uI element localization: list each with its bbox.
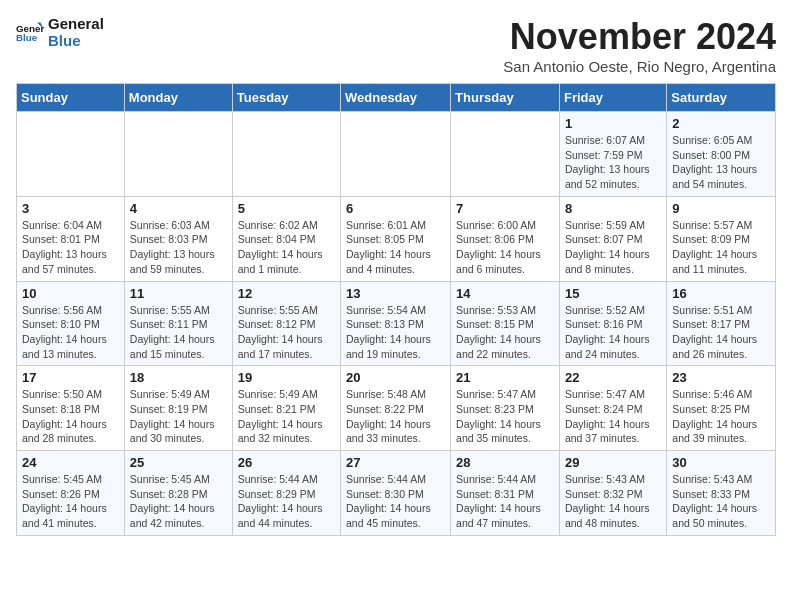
- day-number: 16: [672, 286, 770, 301]
- day-number: 5: [238, 201, 335, 216]
- page-title: November 2024: [503, 16, 776, 58]
- day-number: 17: [22, 370, 119, 385]
- day-number: 15: [565, 286, 661, 301]
- day-info: Sunrise: 6:02 AMSunset: 8:04 PMDaylight:…: [238, 218, 335, 277]
- calendar-cell: 27Sunrise: 5:44 AMSunset: 8:30 PMDayligh…: [341, 451, 451, 536]
- day-number: 22: [565, 370, 661, 385]
- day-info: Sunrise: 5:55 AMSunset: 8:11 PMDaylight:…: [130, 303, 227, 362]
- day-number: 2: [672, 116, 770, 131]
- calendar-table: SundayMondayTuesdayWednesdayThursdayFrid…: [16, 83, 776, 536]
- calendar-cell: 25Sunrise: 5:45 AMSunset: 8:28 PMDayligh…: [124, 451, 232, 536]
- calendar-week-row: 3Sunrise: 6:04 AMSunset: 8:01 PMDaylight…: [17, 196, 776, 281]
- day-info: Sunrise: 5:53 AMSunset: 8:15 PMDaylight:…: [456, 303, 554, 362]
- day-info: Sunrise: 5:46 AMSunset: 8:25 PMDaylight:…: [672, 387, 770, 446]
- calendar-cell: 30Sunrise: 5:43 AMSunset: 8:33 PMDayligh…: [667, 451, 776, 536]
- day-number: 26: [238, 455, 335, 470]
- weekday-header-tuesday: Tuesday: [232, 84, 340, 112]
- day-number: 25: [130, 455, 227, 470]
- day-info: Sunrise: 5:48 AMSunset: 8:22 PMDaylight:…: [346, 387, 445, 446]
- day-number: 21: [456, 370, 554, 385]
- day-number: 4: [130, 201, 227, 216]
- weekday-header-saturday: Saturday: [667, 84, 776, 112]
- day-number: 12: [238, 286, 335, 301]
- day-number: 3: [22, 201, 119, 216]
- calendar-cell: 7Sunrise: 6:00 AMSunset: 8:06 PMDaylight…: [451, 196, 560, 281]
- day-info: Sunrise: 6:03 AMSunset: 8:03 PMDaylight:…: [130, 218, 227, 277]
- day-info: Sunrise: 6:01 AMSunset: 8:05 PMDaylight:…: [346, 218, 445, 277]
- calendar-cell: 18Sunrise: 5:49 AMSunset: 8:19 PMDayligh…: [124, 366, 232, 451]
- day-number: 20: [346, 370, 445, 385]
- day-info: Sunrise: 5:43 AMSunset: 8:32 PMDaylight:…: [565, 472, 661, 531]
- calendar-week-row: 24Sunrise: 5:45 AMSunset: 8:26 PMDayligh…: [17, 451, 776, 536]
- calendar-cell: 8Sunrise: 5:59 AMSunset: 8:07 PMDaylight…: [559, 196, 666, 281]
- day-number: 7: [456, 201, 554, 216]
- day-info: Sunrise: 5:51 AMSunset: 8:17 PMDaylight:…: [672, 303, 770, 362]
- calendar-cell: 4Sunrise: 6:03 AMSunset: 8:03 PMDaylight…: [124, 196, 232, 281]
- day-info: Sunrise: 5:55 AMSunset: 8:12 PMDaylight:…: [238, 303, 335, 362]
- day-number: 18: [130, 370, 227, 385]
- svg-text:Blue: Blue: [16, 32, 38, 43]
- calendar-cell: 12Sunrise: 5:55 AMSunset: 8:12 PMDayligh…: [232, 281, 340, 366]
- day-info: Sunrise: 5:47 AMSunset: 8:23 PMDaylight:…: [456, 387, 554, 446]
- day-info: Sunrise: 5:45 AMSunset: 8:28 PMDaylight:…: [130, 472, 227, 531]
- calendar-cell: 14Sunrise: 5:53 AMSunset: 8:15 PMDayligh…: [451, 281, 560, 366]
- day-info: Sunrise: 5:44 AMSunset: 8:30 PMDaylight:…: [346, 472, 445, 531]
- calendar-cell: 16Sunrise: 5:51 AMSunset: 8:17 PMDayligh…: [667, 281, 776, 366]
- day-info: Sunrise: 5:44 AMSunset: 8:29 PMDaylight:…: [238, 472, 335, 531]
- day-number: 14: [456, 286, 554, 301]
- calendar-cell: 6Sunrise: 6:01 AMSunset: 8:05 PMDaylight…: [341, 196, 451, 281]
- weekday-header-wednesday: Wednesday: [341, 84, 451, 112]
- day-number: 11: [130, 286, 227, 301]
- day-number: 9: [672, 201, 770, 216]
- day-info: Sunrise: 6:04 AMSunset: 8:01 PMDaylight:…: [22, 218, 119, 277]
- calendar-cell: 11Sunrise: 5:55 AMSunset: 8:11 PMDayligh…: [124, 281, 232, 366]
- day-number: 13: [346, 286, 445, 301]
- calendar-cell: 15Sunrise: 5:52 AMSunset: 8:16 PMDayligh…: [559, 281, 666, 366]
- day-info: Sunrise: 5:59 AMSunset: 8:07 PMDaylight:…: [565, 218, 661, 277]
- day-info: Sunrise: 5:44 AMSunset: 8:31 PMDaylight:…: [456, 472, 554, 531]
- day-number: 6: [346, 201, 445, 216]
- calendar-cell: 29Sunrise: 5:43 AMSunset: 8:32 PMDayligh…: [559, 451, 666, 536]
- day-info: Sunrise: 6:00 AMSunset: 8:06 PMDaylight:…: [456, 218, 554, 277]
- day-number: 30: [672, 455, 770, 470]
- calendar-cell: 3Sunrise: 6:04 AMSunset: 8:01 PMDaylight…: [17, 196, 125, 281]
- day-number: 10: [22, 286, 119, 301]
- weekday-header-monday: Monday: [124, 84, 232, 112]
- calendar-cell: 24Sunrise: 5:45 AMSunset: 8:26 PMDayligh…: [17, 451, 125, 536]
- calendar-cell: 20Sunrise: 5:48 AMSunset: 8:22 PMDayligh…: [341, 366, 451, 451]
- calendar-week-row: 17Sunrise: 5:50 AMSunset: 8:18 PMDayligh…: [17, 366, 776, 451]
- day-info: Sunrise: 6:07 AMSunset: 7:59 PMDaylight:…: [565, 133, 661, 192]
- calendar-body: 1Sunrise: 6:07 AMSunset: 7:59 PMDaylight…: [17, 112, 776, 536]
- day-info: Sunrise: 5:56 AMSunset: 8:10 PMDaylight:…: [22, 303, 119, 362]
- calendar-cell: 17Sunrise: 5:50 AMSunset: 8:18 PMDayligh…: [17, 366, 125, 451]
- calendar-cell: 23Sunrise: 5:46 AMSunset: 8:25 PMDayligh…: [667, 366, 776, 451]
- calendar-cell: [124, 112, 232, 197]
- page-header: General Blue General Blue November 2024 …: [16, 16, 776, 75]
- day-info: Sunrise: 5:52 AMSunset: 8:16 PMDaylight:…: [565, 303, 661, 362]
- calendar-cell: [341, 112, 451, 197]
- calendar-header: SundayMondayTuesdayWednesdayThursdayFrid…: [17, 84, 776, 112]
- day-info: Sunrise: 5:54 AMSunset: 8:13 PMDaylight:…: [346, 303, 445, 362]
- calendar-cell: 2Sunrise: 6:05 AMSunset: 8:00 PMDaylight…: [667, 112, 776, 197]
- day-number: 19: [238, 370, 335, 385]
- calendar-cell: [451, 112, 560, 197]
- calendar-week-row: 1Sunrise: 6:07 AMSunset: 7:59 PMDaylight…: [17, 112, 776, 197]
- weekday-header-friday: Friday: [559, 84, 666, 112]
- day-info: Sunrise: 5:43 AMSunset: 8:33 PMDaylight:…: [672, 472, 770, 531]
- day-info: Sunrise: 5:57 AMSunset: 8:09 PMDaylight:…: [672, 218, 770, 277]
- logo-icon: General Blue: [16, 19, 44, 47]
- calendar-cell: 9Sunrise: 5:57 AMSunset: 8:09 PMDaylight…: [667, 196, 776, 281]
- day-number: 28: [456, 455, 554, 470]
- day-number: 8: [565, 201, 661, 216]
- calendar-cell: 13Sunrise: 5:54 AMSunset: 8:13 PMDayligh…: [341, 281, 451, 366]
- logo-text-blue: Blue: [48, 33, 104, 50]
- calendar-cell: 5Sunrise: 6:02 AMSunset: 8:04 PMDaylight…: [232, 196, 340, 281]
- day-number: 23: [672, 370, 770, 385]
- day-info: Sunrise: 5:49 AMSunset: 8:21 PMDaylight:…: [238, 387, 335, 446]
- day-number: 29: [565, 455, 661, 470]
- calendar-cell: 21Sunrise: 5:47 AMSunset: 8:23 PMDayligh…: [451, 366, 560, 451]
- calendar-cell: [17, 112, 125, 197]
- logo-text-general: General: [48, 16, 104, 33]
- calendar-cell: 22Sunrise: 5:47 AMSunset: 8:24 PMDayligh…: [559, 366, 666, 451]
- day-number: 24: [22, 455, 119, 470]
